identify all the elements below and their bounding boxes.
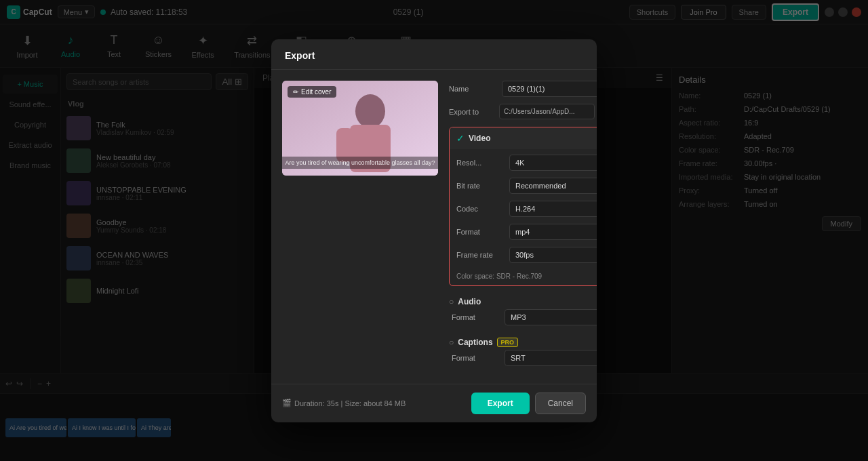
name-row: Name	[449, 81, 597, 97]
modal-footer: 🎬 Duration: 35s | Size: about 84 MB Expo…	[271, 384, 597, 422]
framerate-select[interactable]: 30fps24fps60fps	[509, 247, 597, 263]
video-section-header[interactable]: ✓ Video ▾	[450, 127, 597, 149]
video-section-body: Resol... 4K1080p720p ▾ Bit rate	[450, 149, 597, 285]
captions-format-row: Format SRTVTT ▾	[449, 350, 597, 366]
export-button[interactable]: Export	[471, 393, 530, 414]
name-input[interactable]	[502, 81, 597, 97]
modal-preview: ✏ Edit cover Are you tired of wearing un…	[282, 81, 438, 373]
captions-check-icon: ○	[449, 338, 454, 347]
modal-overlay: Export	[0, 0, 868, 461]
video-check-icon: ✓	[456, 133, 465, 144]
framerate-label: Frame rate	[456, 251, 504, 259]
duration-info: 🎬 Duration: 35s | Size: about 84 MB	[282, 399, 406, 407]
modal-header: Export	[271, 39, 597, 70]
modal-title: Export	[285, 50, 315, 61]
duration-text: Duration: 35s | Size: about 84 MB	[294, 399, 406, 407]
color-space-note: Color space: SDR - Rec.709	[456, 270, 597, 280]
preview-text-overlay: Are you tired of wearing uncomfortable g…	[282, 157, 438, 169]
captions-format-label: Format	[452, 354, 499, 362]
format-select[interactable]: mp4mov	[509, 224, 597, 240]
codec-label: Codec	[456, 205, 504, 213]
captions-format-select[interactable]: SRTVTT	[505, 350, 597, 366]
audio-check-icon: ○	[449, 297, 454, 306]
resolution-label: Resol...	[456, 159, 504, 167]
bitrate-select[interactable]: RecommendedHighLow	[509, 178, 597, 194]
export-path-input[interactable]	[499, 104, 595, 119]
audio-format-select[interactable]: MP3AAC	[505, 309, 597, 325]
cancel-button[interactable]: Cancel	[535, 393, 586, 414]
audio-format-label: Format	[452, 313, 499, 321]
codec-dropdown-wrap: H.264H.265 ▾	[509, 201, 597, 217]
export-path-row: Export to 📁	[449, 104, 597, 120]
codec-select[interactable]: H.264H.265	[509, 201, 597, 217]
audio-section-title: Audio	[458, 297, 481, 306]
export-modal: Export	[271, 39, 597, 422]
modal-body: ✏ Edit cover Are you tired of wearing un…	[271, 70, 597, 384]
resolution-row: Resol... 4K1080p720p ▾	[456, 155, 597, 171]
captions-section-header[interactable]: ○ Captions PRO ▾	[449, 332, 597, 350]
preview-frame: ✏ Edit cover Are you tired of wearing un…	[282, 81, 438, 176]
bitrate-dropdown-wrap: RecommendedHighLow ▾	[509, 178, 597, 194]
video-section: ✓ Video ▾ Resol... 4K1080p720p	[449, 127, 597, 286]
bitrate-label: Bit rate	[456, 182, 504, 190]
svg-point-1	[355, 94, 385, 128]
codec-row: Codec H.264H.265 ▾	[456, 201, 597, 217]
footer-buttons: Export Cancel	[471, 393, 586, 414]
video-section-title: Video	[469, 134, 490, 143]
duration-icon: 🎬	[282, 399, 292, 407]
audio-format-dropdown-wrap: MP3AAC ▾	[505, 309, 597, 325]
captions-section: ○ Captions PRO ▾ Format SRTVTT ▾	[449, 332, 597, 366]
edit-cover-button[interactable]: ✏ Edit cover	[288, 86, 336, 98]
name-label: Name	[449, 85, 496, 93]
export-to-label: Export to	[449, 108, 496, 116]
format-label: Format	[456, 228, 504, 236]
pro-badge: PRO	[497, 338, 519, 347]
modal-settings: Name Export to 📁 ✓ Video ▾	[449, 81, 597, 373]
bitrate-row: Bit rate RecommendedHighLow ▾	[456, 178, 597, 194]
captions-format-dropdown-wrap: SRTVTT ▾	[505, 350, 597, 366]
captions-section-title: Captions	[458, 338, 492, 347]
framerate-dropdown-wrap: 30fps24fps60fps ▾	[509, 247, 597, 263]
audio-format-row: Format MP3AAC ▾	[449, 309, 597, 325]
format-row: Format mp4mov ▾	[456, 224, 597, 240]
format-dropdown-wrap: mp4mov ▾	[509, 224, 597, 240]
framerate-row: Frame rate 30fps24fps60fps ▾	[456, 247, 597, 263]
audio-export-section: ○ Audio ▾ Format MP3AAC ▾	[449, 292, 597, 325]
edit-icon: ✏	[293, 88, 298, 96]
resolution-select[interactable]: 4K1080p720p	[509, 155, 597, 171]
resolution-dropdown-wrap: 4K1080p720p ▾	[509, 155, 597, 171]
audio-section-header[interactable]: ○ Audio ▾	[449, 292, 597, 309]
